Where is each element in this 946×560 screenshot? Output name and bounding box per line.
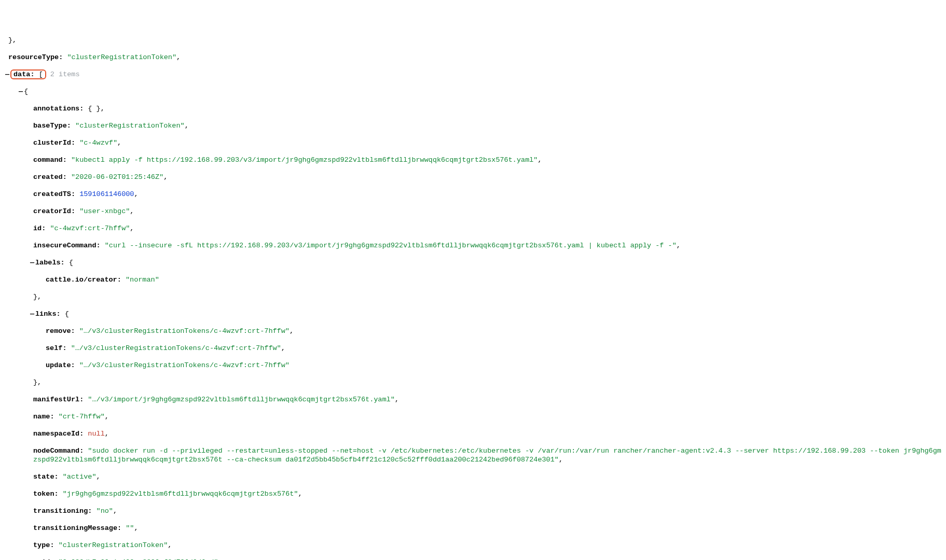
json-array-item-open: —{ (4, 88, 942, 96)
json-field-token: token: "jr9ghg6gmzspd922vltblsm6ftdlljbr… (4, 490, 942, 499)
json-field-creatorid: creatorId: "user-xnbgc", (4, 207, 942, 216)
json-field-data: —data: [ 2 items (4, 71, 942, 79)
json-field-links-remove: remove: "…/v3/clusterRegistrationTokens/… (4, 327, 942, 336)
json-field-basetype: baseType: "clusterRegistrationToken", (4, 122, 942, 131)
collapse-toggle[interactable]: — (18, 88, 24, 96)
json-field-name: name: "crt-7hffw", (4, 413, 942, 422)
json-line: }, (4, 293, 942, 302)
json-field-namespaceid: namespaceId: null, (4, 430, 942, 439)
collapse-toggle[interactable]: — (29, 259, 35, 268)
json-line: }, (4, 36, 942, 45)
json-field-links-self: self: "…/v3/clusterRegistrationTokens/c-… (4, 344, 942, 353)
json-field-uuid: uuid: "9a082db7-29e1-492c-8892-f8d736d9d… (4, 558, 942, 561)
json-field-command: command: "kubectl apply -f https://192.1… (4, 156, 942, 165)
highlight-data-key: data: [ (10, 69, 46, 79)
json-field-nodecommand: nodeCommand: "sudo docker run -d --privi… (4, 447, 942, 464)
items-count: 2 items (50, 71, 80, 78)
json-field-type: type: "clusterRegistrationToken", (4, 541, 942, 550)
json-field-labels-creator: cattle.io/creator: "norman" (4, 276, 942, 285)
json-field-links-update: update: "…/v3/clusterRegistrationTokens/… (4, 361, 942, 370)
json-field-resourcetype: resourceType: "clusterRegistrationToken"… (4, 53, 942, 62)
json-line: }, (4, 379, 942, 387)
json-field-labels: —labels: { (4, 259, 942, 268)
brace-close: } (8, 36, 12, 44)
collapse-toggle[interactable]: — (4, 71, 10, 79)
json-field-annotations: annotations: { }, (4, 105, 942, 114)
json-field-state: state: "active", (4, 473, 942, 482)
json-field-clusterid: clusterId: "c-4wzvf", (4, 139, 942, 148)
json-field-manifesturl: manifestUrl: "…/v3/import/jr9ghg6gmzspd9… (4, 396, 942, 404)
collapse-toggle[interactable]: — (29, 310, 35, 319)
json-field-createdts: createdTS: 1591061146000, (4, 190, 942, 199)
json-field-transitioning: transitioning: "no", (4, 507, 942, 516)
json-field-id: id: "c-4wzvf:crt-7hffw", (4, 225, 942, 233)
json-field-insecurecommand: insecureCommand: "curl --insecure -sfL h… (4, 242, 942, 250)
json-field-transitioningmessage: transitioningMessage: "", (4, 524, 942, 533)
json-field-created: created: "2020-06-02T01:25:46Z", (4, 173, 942, 182)
json-field-links: —links: { (4, 310, 942, 319)
